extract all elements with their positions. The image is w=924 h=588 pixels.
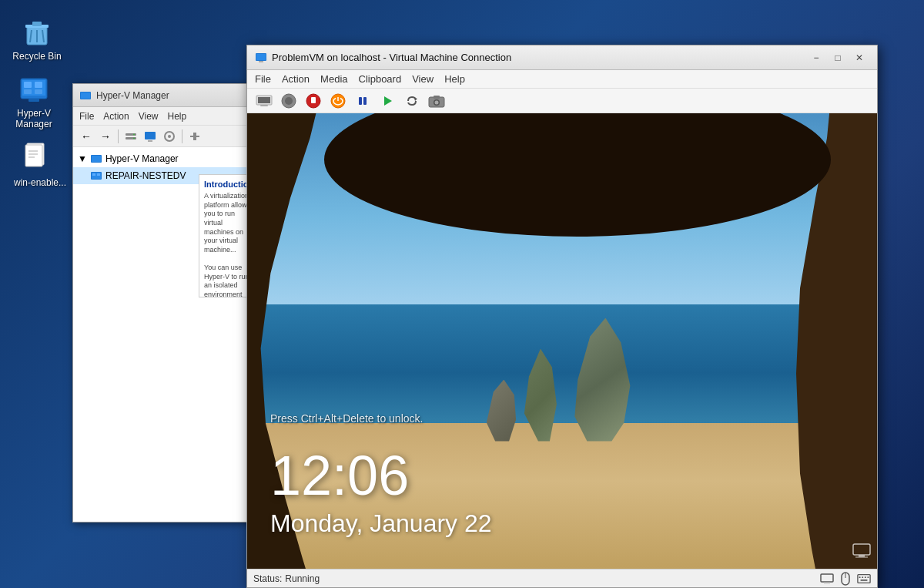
svg-point-43 <box>285 97 293 105</box>
svg-rect-65 <box>865 576 866 578</box>
screen-corner-icon <box>852 543 871 563</box>
toolbar-checkpoint[interactable] <box>161 128 178 145</box>
tree-root-icon <box>90 153 102 165</box>
svg-marker-50 <box>414 98 417 101</box>
toolbar-settings[interactable] <box>186 128 203 145</box>
vm-win-controls: − □ ✕ <box>806 50 869 66</box>
vm-menubar: File Action Media Clipboard View Help <box>247 70 877 89</box>
toolbar-back[interactable]: ← <box>78 128 95 145</box>
menu-help[interactable]: Help <box>168 111 187 122</box>
vm-toolbar-power[interactable] <box>327 91 349 111</box>
svg-rect-34 <box>92 173 95 176</box>
svg-rect-62 <box>858 574 870 583</box>
svg-rect-31 <box>92 156 101 162</box>
minimize-button[interactable]: − <box>806 50 826 66</box>
svg-rect-35 <box>97 173 100 176</box>
svg-rect-59 <box>824 582 830 583</box>
hyperv-toolbar: ← → <box>73 126 253 147</box>
toolbar-forward[interactable]: → <box>97 128 114 145</box>
tree-expand-icon: ▼ <box>78 153 87 164</box>
time-display: 12:06 <box>270 448 854 503</box>
intro-heading: Introduction <box>204 180 251 189</box>
intro-para2: You can use Hyper-V to run an isolated e… <box>204 264 251 297</box>
tree-root[interactable]: ▼ Hyper-V Manager <box>73 150 252 167</box>
svg-rect-38 <box>259 61 263 62</box>
svg-rect-67 <box>861 579 868 580</box>
status-label: Status: <box>253 573 282 584</box>
hyperv-manager-icon[interactable]: Hyper-V Manager <box>3 69 65 133</box>
status-mouse-icon <box>839 572 852 586</box>
svg-rect-58 <box>821 574 833 582</box>
svg-rect-48 <box>363 97 367 105</box>
menu-action[interactable]: Action <box>103 111 129 122</box>
menu-view[interactable]: View <box>139 111 159 122</box>
svg-rect-25 <box>148 140 152 142</box>
vm-statusbar: Status: Running <box>247 569 877 587</box>
status-monitor-icon <box>820 572 834 586</box>
svg-rect-63 <box>859 576 861 578</box>
vm-menu-action[interactable]: Action <box>282 73 310 85</box>
win-enable-image <box>24 142 56 174</box>
vm-toolbar-snapshot[interactable] <box>426 91 447 111</box>
svg-rect-64 <box>862 576 863 578</box>
vm-menu-file[interactable]: File <box>255 73 271 85</box>
svg-point-22 <box>133 133 135 135</box>
svg-rect-55 <box>853 544 870 555</box>
vm-toolbar-resume[interactable] <box>377 91 398 111</box>
menu-file[interactable]: File <box>79 111 94 122</box>
vm-menu-media[interactable]: Media <box>320 73 347 85</box>
svg-rect-2 <box>32 22 42 26</box>
svg-rect-24 <box>145 132 156 139</box>
recycle-bin-image <box>21 15 53 48</box>
svg-point-23 <box>133 137 135 139</box>
hyperv-manager-label: Hyper-V Manager <box>6 108 62 129</box>
svg-rect-29 <box>193 133 196 140</box>
vm-title-text: ProblemVM on localhost - Virtual Machine… <box>272 52 806 63</box>
vm-toolbar-poweroff[interactable] <box>303 91 324 111</box>
vm-toolbar-reset[interactable] <box>401 91 423 111</box>
vm-connection-window: ProblemVM on localhost - Virtual Machine… <box>246 45 878 588</box>
maximize-button[interactable]: □ <box>828 50 848 66</box>
svg-rect-40 <box>258 97 270 103</box>
lockscreen-background: Press Ctrl+Alt+Delete to unlock. 12:06 M… <box>247 113 877 569</box>
svg-rect-11 <box>35 89 42 94</box>
svg-rect-8 <box>24 82 32 88</box>
vm-toolbar-keyboard[interactable] <box>253 91 275 111</box>
close-button[interactable]: ✕ <box>849 50 869 66</box>
vm-menu-clipboard[interactable]: Clipboard <box>359 73 402 85</box>
svg-marker-49 <box>384 96 392 106</box>
svg-rect-47 <box>359 97 362 105</box>
lockscreen-overlay: Press Ctrl+Alt+Delete to unlock. 12:06 M… <box>247 397 877 569</box>
recycle-bin-icon[interactable]: Recycle Bin <box>6 12 68 65</box>
svg-rect-9 <box>35 82 42 88</box>
svg-rect-66 <box>868 576 869 578</box>
svg-point-53 <box>435 100 439 104</box>
vm-toolbar-pause[interactable] <box>352 91 373 111</box>
vm-menu-view[interactable]: View <box>412 73 434 85</box>
svg-rect-37 <box>256 54 266 60</box>
hyperv-window-title: Hyper-V Manager <box>96 90 246 101</box>
status-left: Status: Running <box>253 573 320 584</box>
intro-para1: A virtualization platform allows you to … <box>204 192 251 255</box>
unlock-prompt: Press Ctrl+Alt+Delete to unlock. <box>270 412 854 425</box>
win-enable-icon[interactable]: win-enable... <box>9 139 71 191</box>
date-display: Monday, January 22 <box>270 509 854 538</box>
recycle-bin-label: Recycle Bin <box>12 51 61 62</box>
toolbar-server[interactable] <box>122 128 139 145</box>
toolbar-sep-2 <box>182 129 182 143</box>
vm-title-icon <box>255 52 267 64</box>
vm-menu-help[interactable]: Help <box>444 73 465 85</box>
svg-rect-54 <box>434 96 440 99</box>
vm-screen[interactable]: Press Ctrl+Alt+Delete to unlock. 12:06 M… <box>247 113 877 569</box>
hyperv-titlebar: Hyper-V Manager <box>73 84 253 107</box>
desktop: Recycle Bin Hyper-V Manager <box>0 0 924 588</box>
win-enable-label: win-enable... <box>14 177 66 188</box>
toolbar-sep-1 <box>118 129 119 143</box>
svg-rect-12 <box>28 99 39 102</box>
vm-toolbar-stop[interactable] <box>278 91 300 111</box>
svg-rect-45 <box>311 97 316 103</box>
svg-rect-41 <box>260 105 268 106</box>
hyperv-manager-image <box>18 72 50 105</box>
hyperv-menubar: File Action View Help <box>73 107 253 126</box>
toolbar-vm[interactable] <box>142 128 159 145</box>
